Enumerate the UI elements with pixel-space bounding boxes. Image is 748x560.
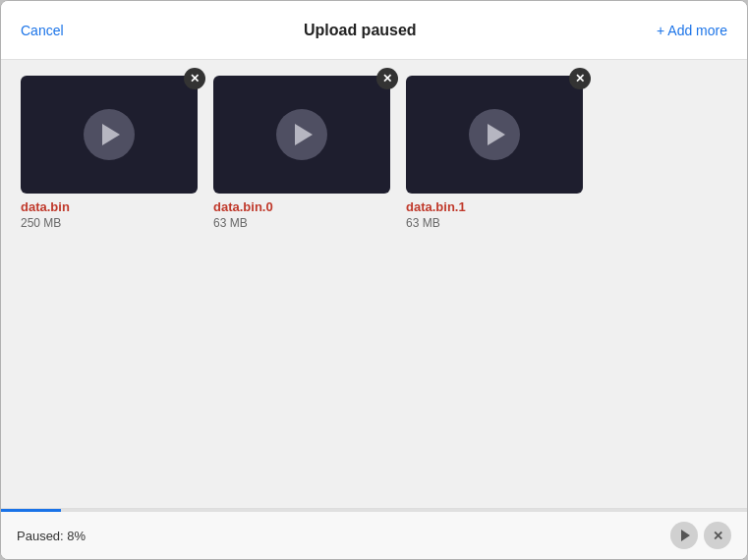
- play-triangle-icon: [295, 124, 313, 145]
- file-item: ✕ data.bin.1 63 MB: [406, 76, 583, 230]
- remove-file-button[interactable]: ✕: [184, 68, 205, 89]
- file-size: 250 MB: [21, 216, 198, 230]
- play-button[interactable]: [276, 109, 327, 160]
- files-grid: ✕ data.bin 250 MB ✕ data.bin.0 63 MB: [21, 76, 727, 230]
- thumbnail: [21, 76, 198, 194]
- dialog-footer: Paused: 8% ✕: [1, 508, 747, 559]
- status-text: Paused: 8%: [17, 529, 86, 543]
- file-size: 63 MB: [406, 216, 583, 230]
- footer-controls: ✕: [670, 522, 731, 549]
- play-button[interactable]: [469, 109, 520, 160]
- file-name: data.bin.1: [406, 199, 583, 214]
- remove-file-button[interactable]: ✕: [376, 68, 398, 89]
- file-item: ✕ data.bin.0 63 MB: [213, 76, 390, 230]
- close-icon: ✕: [713, 530, 723, 542]
- play-triangle-icon: [102, 124, 120, 145]
- dialog-title: Upload paused: [304, 22, 417, 39]
- footer-bottom: Paused: 8% ✕: [1, 512, 747, 559]
- thumbnail: [213, 76, 390, 194]
- file-item: ✕ data.bin 250 MB: [21, 76, 198, 230]
- play-button[interactable]: [84, 109, 135, 160]
- add-more-button[interactable]: + Add more: [657, 23, 727, 38]
- play-icon: [681, 530, 690, 541]
- play-triangle-icon: [488, 124, 505, 145]
- file-name: data.bin.0: [213, 199, 390, 214]
- thumbnail-wrapper: ✕: [213, 76, 390, 194]
- files-content: ✕ data.bin 250 MB ✕ data.bin.0 63 MB: [1, 60, 747, 508]
- cancel-upload-button[interactable]: ✕: [704, 522, 731, 549]
- thumbnail-wrapper: ✕: [406, 76, 583, 194]
- cancel-button[interactable]: Cancel: [21, 23, 64, 38]
- play-resume-button[interactable]: [670, 522, 698, 549]
- file-name: data.bin: [21, 199, 198, 214]
- dialog-header: Cancel Upload paused + Add more: [1, 1, 747, 60]
- thumbnail: [406, 76, 583, 194]
- upload-dialog: Cancel Upload paused + Add more ✕ data.b…: [0, 0, 748, 560]
- remove-file-button[interactable]: ✕: [569, 68, 591, 89]
- file-size: 63 MB: [213, 216, 390, 230]
- thumbnail-wrapper: ✕: [21, 76, 198, 194]
